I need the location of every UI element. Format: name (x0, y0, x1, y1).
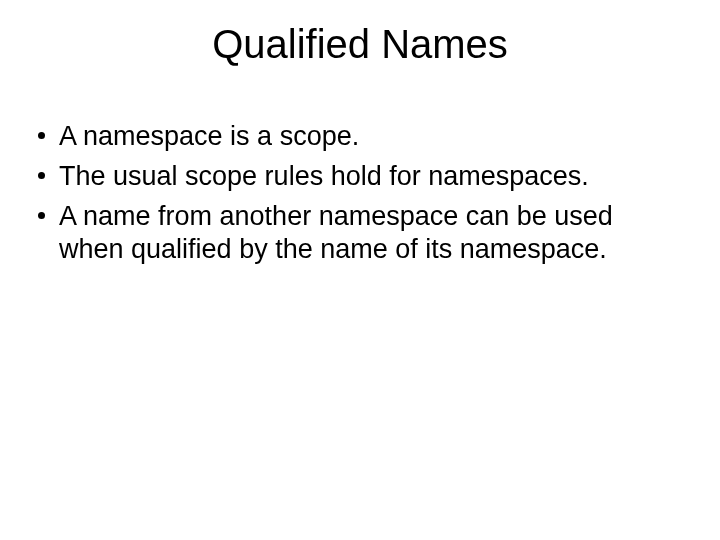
list-item: A name from another namespace can be use… (38, 200, 678, 268)
slide-title: Qualified Names (0, 22, 720, 67)
bullet-text: A name from another namespace can be use… (59, 200, 678, 268)
bullet-icon (38, 132, 45, 139)
list-item: A namespace is a scope. (38, 120, 678, 154)
list-item: The usual scope rules hold for namespace… (38, 160, 678, 194)
slide-body: A namespace is a scope. The usual scope … (38, 120, 678, 273)
bullet-icon (38, 172, 45, 179)
slide: Qualified Names A namespace is a scope. … (0, 0, 720, 540)
bullet-text: The usual scope rules hold for namespace… (59, 160, 678, 194)
bullet-icon (38, 212, 45, 219)
bullet-text: A namespace is a scope. (59, 120, 678, 154)
